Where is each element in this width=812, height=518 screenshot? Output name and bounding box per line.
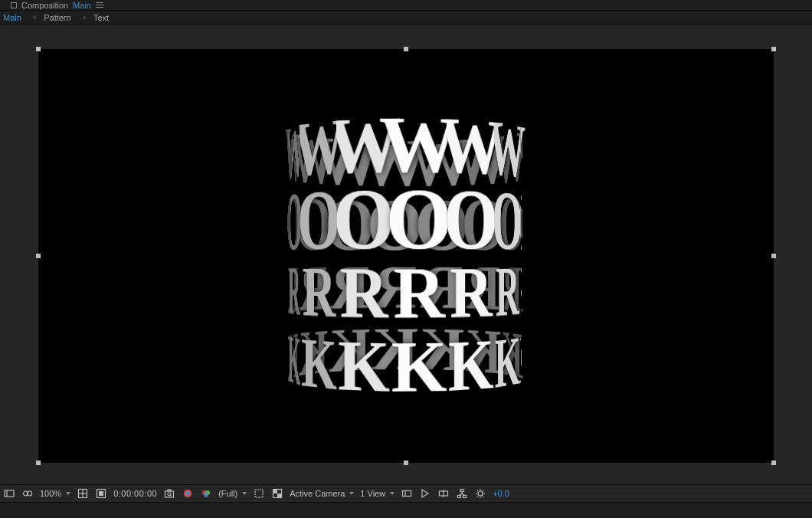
caret-down-icon bbox=[390, 492, 395, 495]
exposure-value[interactable]: +0.0 bbox=[493, 489, 509, 498]
letter-slab: K bbox=[447, 328, 496, 404]
svg-rect-11 bbox=[168, 490, 171, 491]
svg-point-16 bbox=[204, 493, 208, 497]
color-mgmt-icon[interactable] bbox=[200, 488, 212, 499]
svg-line-39 bbox=[477, 496, 478, 497]
lock-icon[interactable] bbox=[11, 2, 17, 8]
resolution-value: (Full) bbox=[218, 489, 237, 498]
svg-line-37 bbox=[477, 490, 478, 491]
fast-previews-icon[interactable] bbox=[419, 488, 431, 499]
letter-slab: K bbox=[287, 324, 301, 398]
selection-handle[interactable] bbox=[36, 254, 41, 258]
svg-rect-27 bbox=[458, 496, 461, 498]
letter-slab: R bbox=[447, 256, 496, 329]
caret-down-icon bbox=[349, 492, 354, 495]
view-layout-dropdown[interactable]: 1 View bbox=[360, 489, 395, 498]
mask-toggle-icon[interactable] bbox=[95, 488, 107, 499]
letter-slab: R bbox=[336, 256, 392, 330]
selection-handle[interactable] bbox=[36, 461, 41, 465]
svg-rect-8 bbox=[99, 491, 103, 496]
letter-slab: R bbox=[389, 256, 449, 330]
selection-handle[interactable] bbox=[771, 254, 776, 258]
3d-view-dropdown[interactable]: Active Camera bbox=[290, 489, 354, 498]
chevron-left-icon[interactable]: ‹ bbox=[25, 13, 41, 21]
panel-title-label: Composition bbox=[21, 1, 68, 10]
selection-handle[interactable] bbox=[771, 47, 776, 51]
letter-slab: R bbox=[300, 256, 338, 329]
breadcrumb-item-main[interactable]: Main bbox=[3, 13, 21, 22]
svg-rect-28 bbox=[463, 496, 467, 498]
svg-line-38 bbox=[483, 496, 483, 497]
caret-down-icon bbox=[242, 492, 247, 495]
magnification-value: 100% bbox=[40, 489, 61, 498]
composition-viewer[interactable]: WWWWWWWWWWWWWWOOOOOOOOOOOOOORRRRRRRRRRRR… bbox=[0, 25, 812, 484]
letter-slab: O bbox=[336, 182, 392, 256]
viewer-footer-bar: 100% 0:00:00:00 (Full) Active Camera 1 V… bbox=[0, 484, 812, 503]
magnification-dropdown[interactable]: 100% bbox=[40, 489, 70, 498]
svg-point-10 bbox=[168, 493, 171, 496]
svg-rect-17 bbox=[255, 490, 263, 497]
svg-rect-9 bbox=[165, 491, 174, 497]
current-time[interactable]: 0:00:00:00 bbox=[113, 489, 157, 498]
selection-handle[interactable] bbox=[771, 461, 776, 465]
composition-panel-tab[interactable]: Composition Main bbox=[3, 0, 111, 11]
breadcrumb-item-text[interactable]: Text bbox=[93, 13, 109, 22]
svg-point-13 bbox=[186, 492, 190, 496]
grid-icon[interactable] bbox=[77, 488, 89, 499]
letter-slab: R bbox=[287, 256, 301, 326]
timeline-icon[interactable] bbox=[437, 488, 450, 499]
views-value: 1 View bbox=[360, 489, 385, 498]
caret-down-icon bbox=[66, 492, 70, 495]
svg-marker-23 bbox=[422, 490, 428, 497]
bottom-gap bbox=[0, 503, 812, 518]
svg-rect-26 bbox=[460, 490, 463, 492]
panel-comp-name: Main bbox=[73, 1, 91, 10]
breadcrumb-item-pattern[interactable]: Pattern bbox=[44, 13, 70, 22]
svg-rect-20 bbox=[277, 493, 282, 498]
composition-breadcrumb: Main ‹ Pattern ‹ Text bbox=[0, 11, 812, 25]
always-preview-icon[interactable] bbox=[3, 488, 15, 499]
svg-line-40 bbox=[483, 490, 483, 491]
letter-slab: R bbox=[494, 256, 522, 328]
transparency-grid-icon[interactable] bbox=[271, 488, 283, 499]
letter-slab: K bbox=[336, 329, 392, 404]
svg-rect-19 bbox=[273, 490, 278, 494]
roi-icon[interactable] bbox=[253, 488, 265, 499]
panel-header: Composition Main bbox=[0, 0, 812, 11]
letter-slab: K bbox=[389, 329, 449, 404]
selection-handle[interactable] bbox=[404, 47, 408, 51]
chevron-left-icon[interactable]: ‹ bbox=[74, 13, 90, 21]
letter-slab: O bbox=[447, 182, 496, 256]
canvas-selection-wrap: WWWWWWWWWWWWWWOOOOOOOOOOOOOORRRRRRRRRRRR… bbox=[38, 49, 774, 463]
panel-menu-icon[interactable] bbox=[96, 2, 103, 8]
show-channel-icon[interactable] bbox=[182, 488, 194, 499]
selection-handle[interactable] bbox=[36, 47, 41, 51]
resolution-dropdown[interactable]: (Full) bbox=[218, 489, 247, 498]
flowchart-icon[interactable] bbox=[456, 488, 468, 499]
pixel-aspect-icon[interactable] bbox=[401, 488, 413, 499]
camera-value: Active Camera bbox=[290, 489, 345, 498]
svg-rect-0 bbox=[5, 490, 14, 497]
selection-handle[interactable] bbox=[404, 461, 408, 465]
composition-canvas[interactable]: WWWWWWWWWWWWWWOOOOOOOOOOOOOORRRRRRRRRRRR… bbox=[38, 49, 774, 463]
svg-rect-21 bbox=[403, 491, 411, 497]
letter-slab: O bbox=[389, 182, 449, 256]
snapshot-icon[interactable] bbox=[163, 488, 175, 499]
reset-exposure-icon[interactable] bbox=[474, 488, 486, 499]
letter-slab: K bbox=[300, 326, 338, 402]
letter-slab: K bbox=[494, 326, 522, 401]
svg-point-32 bbox=[478, 491, 483, 496]
draft-3d-icon[interactable] bbox=[21, 488, 34, 499]
